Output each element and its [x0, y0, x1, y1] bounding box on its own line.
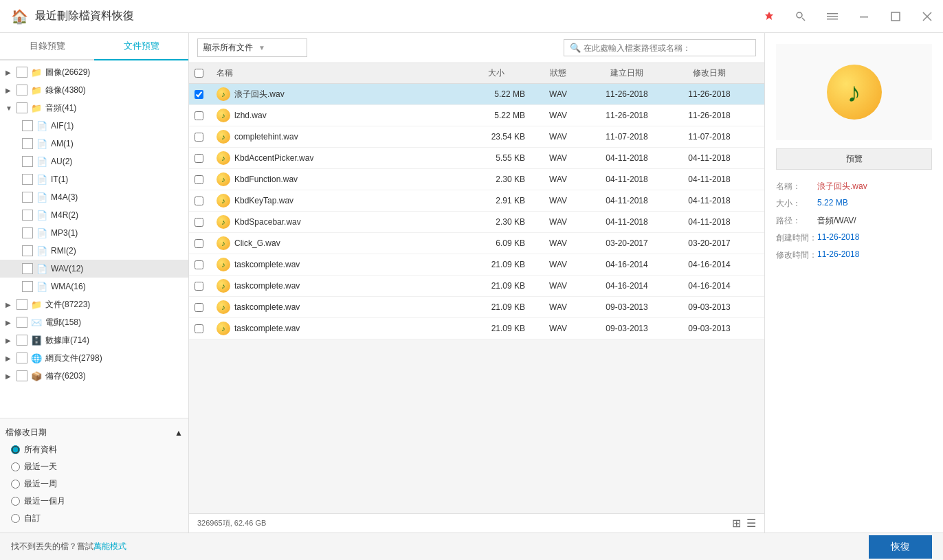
table-row[interactable]: taskcomplete.wav 21.09 KB WAV 04-16-2014… [189, 276, 764, 297]
row-checkbox-0[interactable] [195, 90, 203, 99]
folder-icon-storage: 📦 [30, 370, 43, 382]
table-row[interactable]: KbdFunction.wav 2.30 KB WAV 04-11-2018 0… [189, 169, 764, 190]
filter-dropdown[interactable]: 顯示所有文件 ▼ [197, 38, 307, 57]
row-check-2[interactable] [189, 133, 211, 142]
row-check-7[interactable] [189, 239, 211, 248]
tree-item-wav[interactable]: 📄 WAV(12) [0, 260, 188, 278]
pin-button[interactable] [753, 0, 785, 33]
grid-view-icon[interactable]: ⊞ [732, 517, 741, 530]
row-checkbox-2[interactable] [195, 133, 203, 142]
check-mp3[interactable] [22, 227, 33, 238]
table-row[interactable]: KbdAccentPicker.wav 5.55 KB WAV 04-11-20… [189, 148, 764, 169]
tree-item-documents[interactable]: ▶ 📁 文件(87223) [0, 295, 188, 313]
radio-month[interactable] [11, 497, 20, 506]
date-filter-week[interactable]: 最近一周 [5, 475, 183, 493]
check-it[interactable] [22, 174, 33, 185]
row-check-4[interactable] [189, 175, 211, 184]
tree-item-web[interactable]: ▶ 🌐 網頁文件(2798) [0, 349, 188, 367]
tab-file-preview[interactable]: 文件預覽 [94, 33, 188, 59]
check-storage[interactable] [16, 370, 27, 381]
check-images[interactable] [16, 67, 27, 78]
tree-item-au[interactable]: 📄 AU(2) [0, 153, 188, 170]
tree-item-mp3[interactable]: 📄 MP3(1) [0, 224, 188, 242]
row-checkbox-8[interactable] [195, 260, 203, 269]
date-filter-day[interactable]: 最近一天 [5, 458, 183, 475]
tree-item-aif[interactable]: 📄 AIF(1) [0, 117, 188, 135]
check-database[interactable] [16, 335, 27, 346]
row-check-9[interactable] [189, 282, 211, 291]
maximize-button[interactable] [880, 0, 911, 33]
table-row[interactable]: KbdKeyTap.wav 2.91 KB WAV 04-11-2018 04-… [189, 190, 764, 212]
row-checkbox-9[interactable] [195, 282, 203, 291]
select-all-checkbox[interactable] [195, 69, 203, 78]
menu-button[interactable] [817, 0, 848, 33]
radio-week[interactable] [11, 480, 20, 489]
tree-item-images[interactable]: ▶ 📁 圖像(26629) [0, 63, 188, 81]
tree-item-rmi[interactable]: 📄 RMI(2) [0, 242, 188, 260]
row-check-3[interactable] [189, 154, 211, 163]
minimize-button[interactable] [848, 0, 880, 33]
check-recordings[interactable] [16, 85, 27, 96]
row-check-5[interactable] [189, 197, 211, 205]
table-row[interactable]: Click_G.wav 6.09 KB WAV 03-20-2017 03-20… [189, 233, 764, 254]
check-wav[interactable] [22, 263, 33, 274]
row-checkbox-5[interactable] [195, 197, 203, 205]
row-check-0[interactable] [189, 90, 211, 99]
tree-item-m4r[interactable]: 📄 M4R(2) [0, 206, 188, 224]
tree-item-m4a[interactable]: 📄 M4A(3) [0, 188, 188, 206]
check-m4r[interactable] [22, 210, 33, 221]
table-row[interactable]: 浪子回头.wav 5.22 MB WAV 11-26-2018 11-26-20… [189, 84, 764, 105]
close-button[interactable] [911, 0, 943, 33]
tab-tree-preview[interactable]: 目錄預覽 [0, 33, 94, 59]
date-filter-all[interactable]: 所有資料 [5, 441, 183, 458]
row-checkbox-4[interactable] [195, 175, 203, 184]
table-row[interactable]: KbdSpacebar.wav 2.30 KB WAV 04-11-2018 0… [189, 212, 764, 233]
check-audio[interactable] [16, 102, 27, 113]
tree-item-it[interactable]: 📄 IT(1) [0, 170, 188, 188]
tree-item-wma[interactable]: 📄 WMA(16) [0, 278, 188, 295]
radio-custom[interactable] [11, 514, 20, 523]
row-checkbox-3[interactable] [195, 154, 203, 163]
check-web[interactable] [16, 352, 27, 363]
check-am[interactable] [22, 138, 33, 149]
check-rmi[interactable] [22, 245, 33, 256]
row-checkbox-10[interactable] [195, 303, 203, 312]
check-aif[interactable] [22, 120, 33, 131]
table-row[interactable]: taskcomplete.wav 21.09 KB WAV 09-03-2013… [189, 318, 764, 339]
tree-item-am[interactable]: 📄 AM(1) [0, 135, 188, 153]
smart-mode-link[interactable]: 萬能模式 [93, 541, 126, 552]
check-wma[interactable] [22, 281, 33, 292]
row-checkbox-1[interactable] [195, 111, 203, 120]
check-documents[interactable] [16, 299, 27, 310]
table-row[interactable]: taskcomplete.wav 21.09 KB WAV 04-16-2014… [189, 254, 764, 276]
check-m4a[interactable] [22, 192, 33, 203]
table-row[interactable]: completehint.wav 23.54 KB WAV 11-07-2018… [189, 126, 764, 148]
check-email[interactable] [16, 317, 27, 328]
row-check-6[interactable] [189, 218, 211, 227]
check-au[interactable] [22, 156, 33, 167]
radio-all[interactable] [11, 445, 20, 454]
row-checkbox-11[interactable] [195, 324, 203, 333]
table-row[interactable]: taskcomplete.wav 21.09 KB WAV 09-03-2013… [189, 297, 764, 318]
search-button[interactable] [785, 0, 817, 33]
tree-item-recordings[interactable]: ▶ 📁 錄像(4380) [0, 81, 188, 99]
tree-item-database[interactable]: ▶ 🗄️ 數據庫(714) [0, 331, 188, 349]
tree-item-email[interactable]: ▶ ✉️ 電郵(158) [0, 313, 188, 331]
preview-button[interactable]: 預覽 [776, 148, 932, 170]
table-row[interactable]: lzhd.wav 5.22 MB WAV 11-26-2018 11-26-20… [189, 105, 764, 126]
radio-day[interactable] [11, 462, 20, 471]
row-checkbox-7[interactable] [195, 239, 203, 248]
date-filter-custom[interactable]: 自訂 [5, 510, 183, 527]
row-check-1[interactable] [189, 111, 211, 120]
date-filter-month[interactable]: 最近一個月 [5, 493, 183, 510]
recover-button[interactable]: 恢復 [869, 535, 932, 559]
row-check-8[interactable] [189, 260, 211, 269]
row-check-11[interactable] [189, 324, 211, 333]
tree-item-audio[interactable]: ▼ 📁 音頻(41) [0, 99, 188, 117]
list-view-icon[interactable]: ☰ [746, 517, 756, 530]
tree-item-storage[interactable]: ▶ 📦 備存(6203) [0, 367, 188, 385]
row-checkbox-6[interactable] [195, 218, 203, 227]
search-input[interactable] [584, 43, 735, 53]
row-check-10[interactable] [189, 303, 211, 312]
date-filter-toggle[interactable]: 檔修改日期 ▲ [5, 424, 183, 441]
